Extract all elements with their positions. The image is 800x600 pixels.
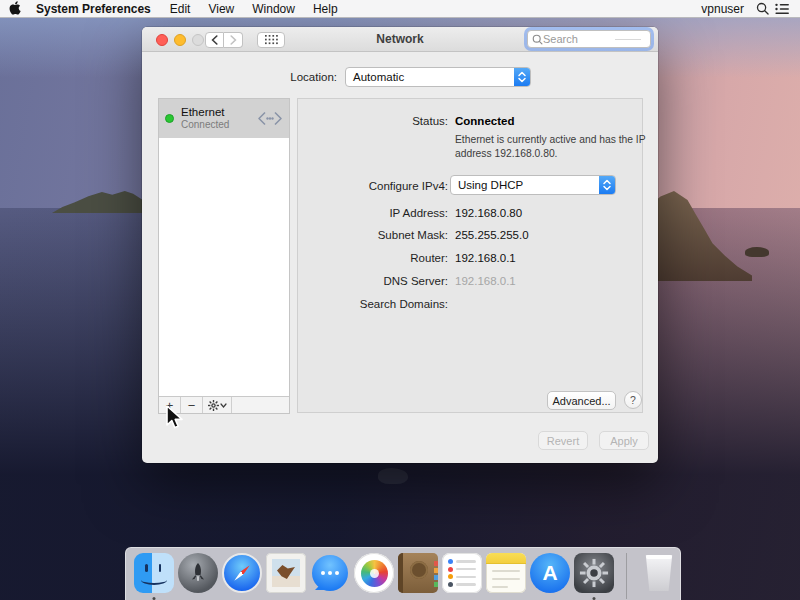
apple-menu[interactable] [0,1,30,16]
dock-icon-contacts[interactable] [398,553,438,593]
launchpad-icon [178,553,218,593]
search-input[interactable] [543,33,613,45]
menu-item-app[interactable]: System Preferences [30,2,161,16]
dock-icon-safari[interactable] [222,553,262,593]
search-icon [532,34,543,45]
safari-icon [222,553,262,593]
dock: A [125,547,681,600]
menu-item-edit[interactable]: Edit [161,2,200,16]
location-label: Location: [182,71,337,83]
chevron-down-icon [220,403,227,408]
detail-pane: Status: Connected Ethernet is currently … [297,98,643,413]
menu-item-window[interactable]: Window [243,2,304,16]
mail-icon [266,553,306,593]
services-sidebar: Ethernet Connected + − [158,98,290,414]
mouse-cursor [162,404,186,432]
dock-icon-notes[interactable] [486,553,526,593]
dns-server-value: 192.168.0.1 [455,275,516,287]
location-popup[interactable]: Automatic [345,67,531,87]
popup-stepper-icon [514,68,530,86]
sidebar-item-ethernet[interactable]: Ethernet Connected [159,99,289,138]
trash-icon [644,555,674,591]
apply-button[interactable]: Apply [599,431,649,450]
service-name: Ethernet [181,105,257,119]
dock-icon-finder[interactable] [134,553,174,593]
subnet-mask-label: Subnet Mask: [298,229,448,241]
dns-server-label: DNS Server: [298,275,448,287]
dock-separator [626,553,627,599]
window-titlebar[interactable]: Network [142,27,658,52]
menu-item-view[interactable]: View [199,2,243,16]
apple-logo-icon [9,1,22,16]
notification-center-icon[interactable] [775,3,790,15]
photos-icon [354,553,394,593]
network-window: Network Location: Automatic Ethernet Con… [142,27,658,463]
revert-button[interactable]: Revert [538,431,588,450]
popup-stepper-icon [599,176,615,194]
configure-ipv4-label: Configure IPv4: [298,180,448,192]
reminders-icon [442,553,482,593]
router-label: Router: [298,252,448,264]
spotlight-search-icon[interactable] [756,2,769,15]
status-label: Status: [298,115,448,127]
contacts-icon [398,553,438,593]
dock-icon-messages[interactable] [310,553,350,593]
dock-icon-photos[interactable] [354,553,394,593]
configure-ipv4-value: Using DHCP [451,179,599,191]
dock-icon-app-store[interactable]: A [530,553,570,593]
messages-icon [310,553,350,593]
status-dot-connected [165,114,174,123]
dock-icon-trash[interactable] [639,553,679,593]
dock-icon-system-preferences[interactable] [574,553,614,593]
action-menu-button[interactable] [203,397,232,413]
search-domains-label: Search Domains: [298,298,448,310]
router-value: 192.168.0.1 [455,252,516,264]
system-preferences-icon [574,553,614,593]
status-value: Connected [455,115,514,127]
dock-icon-launchpad[interactable] [178,553,218,593]
location-popup-value: Automatic [346,71,514,83]
search-field-line [615,39,641,40]
search-field[interactable] [527,30,651,48]
gear-icon [208,400,219,411]
status-description: Ethernet is currently active and has the… [455,133,651,161]
subnet-mask-value: 255.255.255.0 [455,229,529,241]
menu-bar: System Preferences Edit View Window Help… [0,0,800,18]
ethernet-icon [257,111,283,126]
finder-icon [134,553,174,593]
notes-icon [486,553,526,593]
menu-username[interactable]: vpnuser [701,2,750,16]
dock-icon-reminders[interactable] [442,553,482,593]
wallpaper-rock-right [745,247,769,257]
ip-address-label: IP Address: [298,207,448,219]
app-store-icon: A [530,553,570,593]
wallpaper-rock-center [378,468,408,484]
configure-ipv4-popup[interactable]: Using DHCP [450,175,616,195]
dock-icon-mail[interactable] [266,553,306,593]
ip-address-value: 192.168.0.80 [455,207,522,219]
help-button[interactable]: ? [624,391,642,409]
advanced-button[interactable]: Advanced... [547,391,616,410]
service-status: Connected [181,119,257,132]
menu-item-help[interactable]: Help [304,2,347,16]
